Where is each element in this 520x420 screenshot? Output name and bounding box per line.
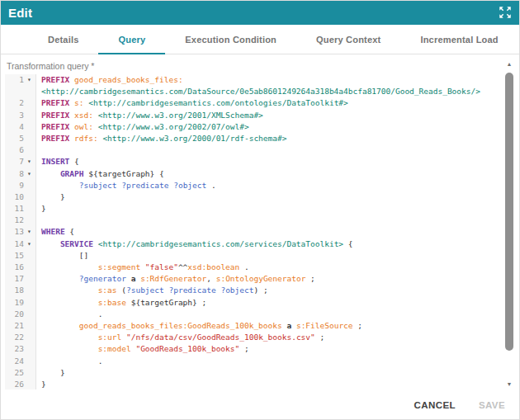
code-line[interactable]: 5PREFIX rdfs: <http://www.w3.org/2000/01… [0, 133, 520, 144]
fold-arrow-icon[interactable]: ▾ [24, 168, 35, 180]
code-line[interactable]: 3PREFIX xsd: <http://www.w3.org/2001/XML… [0, 110, 520, 121]
tab-bar: DetailsQueryExecution ConditionQuery Con… [0, 25, 520, 54]
code-line[interactable]: 11} [0, 203, 520, 215]
line-number: 15 [5, 250, 24, 262]
line-gutter: 16 [5, 262, 36, 273]
code-line[interactable]: 16 s:segment "false"^^xsd:boolean . [0, 262, 520, 273]
code-text: PREFIX rdfs: <http://www.w3.org/2000/01/… [36, 133, 286, 144]
code-text [36, 144, 41, 156]
line-gutter: 25 [5, 367, 36, 379]
fold-arrow-icon[interactable]: ▾ [24, 156, 35, 168]
code-line[interactable]: 10 } [0, 191, 520, 203]
line-number: 6 [5, 144, 24, 156]
save-button[interactable]: SAVE [470, 395, 513, 415]
cancel-button[interactable]: CANCEL [406, 395, 464, 415]
code-line[interactable]: 23 s:model "GoodReads_100k_books" ; [0, 343, 520, 355]
code-text: PREFIX good_reads_books_files: [36, 74, 183, 86]
code-line[interactable]: 20 . [0, 309, 520, 320]
code-text: s:base ${targetGraph} ; [36, 297, 206, 309]
code-text: GRAPH ${targetGraph} { [36, 168, 164, 180]
line-gutter: 9 [5, 180, 36, 191]
scrollbar-thumb[interactable] [505, 73, 513, 351]
editor-scrollbar[interactable]: ▲ ▼ [504, 55, 514, 390]
line-number: 20 [5, 309, 24, 320]
line-gutter: 20 [5, 309, 36, 320]
line-gutter: 3 [5, 110, 36, 121]
code-line[interactable]: 21 good_reads_books_files:GoodReads_100k… [0, 320, 520, 332]
line-gutter: 24 [5, 356, 36, 367]
code-line[interactable]: 7▾INSERT { [0, 156, 520, 168]
line-gutter: 4 [5, 121, 36, 133]
code-line[interactable]: 22 s:url "/nfs/data/csv/GoodReads_100k_b… [0, 332, 520, 343]
line-gutter: 14▾ [5, 238, 36, 250]
line-number: 22 [5, 332, 24, 343]
code-line[interactable]: 4PREFIX owl: <http://www.w3.org/2002/07/… [0, 121, 520, 133]
code-line[interactable]: 6 [0, 144, 520, 156]
line-gutter: 7▾ [5, 156, 36, 168]
code-line[interactable]: 17 ?generator a s:RdfGenerator, s:Ontolo… [0, 273, 520, 285]
code-line[interactable]: 26} [0, 379, 520, 389]
code-text: s:segment "false"^^xsd:boolean . [36, 262, 249, 273]
code-line[interactable]: 2PREFIX s: <http://cambridgesemantics.co… [0, 97, 520, 109]
transformation-query-label: Transformation query * [7, 61, 520, 71]
line-number: 1 [5, 74, 24, 86]
line-gutter: 12 [5, 215, 36, 226]
code-text: } [36, 367, 65, 379]
line-number: 2 [5, 97, 24, 109]
line-number: 16 [5, 262, 24, 273]
code-text: SERVICE <http://cambridgesemantics.com/s… [36, 238, 353, 250]
fold-arrow-icon[interactable]: ▾ [24, 74, 35, 86]
line-number: 13 [5, 226, 24, 238]
line-gutter: 6 [5, 144, 36, 156]
code-line[interactable]: 9 ?subject ?predicate ?object . [0, 180, 520, 191]
expand-icon[interactable] [498, 5, 513, 20]
line-number: 18 [5, 285, 24, 296]
scroll-up-icon[interactable]: ▲ [504, 60, 514, 68]
code-line[interactable]: 19 s:base ${targetGraph} ; [0, 297, 520, 309]
code-line[interactable]: 13▾WHERE { [0, 226, 520, 238]
fold-arrow-icon[interactable]: ▾ [24, 226, 35, 238]
line-number: 7 [5, 156, 24, 168]
tab-query[interactable]: Query [98, 25, 165, 54]
code-text: INSERT { [36, 156, 79, 168]
query-editor[interactable]: Transformation query * 1▾PREFIX good_rea… [0, 55, 520, 389]
code-text: ?subject ?predicate ?object . [36, 180, 216, 191]
code-line[interactable]: <http://cambridgesemantics.com/DataSourc… [0, 86, 520, 97]
line-number: 23 [5, 343, 24, 355]
code-line[interactable]: 15 [] [0, 250, 520, 262]
code-text: <http://cambridgesemantics.com/DataSourc… [36, 86, 480, 97]
tab-query-context[interactable]: Query Context [296, 25, 400, 54]
line-number: 25 [5, 367, 24, 379]
code-line[interactable]: 18 s:as (?subject ?predicate ?object) ; [0, 285, 520, 296]
tab-incremental-load[interactable]: Incremental Load [400, 25, 518, 54]
code-line[interactable]: 8▾ GRAPH ${targetGraph} { [0, 168, 520, 180]
line-number: 24 [5, 356, 24, 367]
code-text: WHERE { [36, 226, 74, 238]
code-text: ?generator a s:RdfGenerator, s:OntologyG… [36, 273, 315, 285]
line-gutter [5, 86, 36, 97]
line-number: 3 [5, 110, 24, 121]
code-line[interactable]: 14▾ SERVICE <http://cambridgesemantics.c… [0, 238, 520, 250]
code-line[interactable]: 1▾PREFIX good_reads_books_files: [0, 74, 520, 86]
code-area[interactable]: 1▾PREFIX good_reads_books_files:<http://… [0, 74, 520, 389]
code-text: s:model "GoodReads_100k_books" ; [36, 343, 249, 355]
scroll-down-icon[interactable]: ▼ [504, 380, 514, 389]
tab-details[interactable]: Details [28, 25, 98, 54]
code-line[interactable]: 24 . [0, 356, 520, 367]
line-number: 21 [5, 320, 24, 332]
line-gutter: 19 [5, 297, 36, 309]
line-number: 9 [5, 180, 24, 191]
line-gutter: 18 [5, 285, 36, 296]
line-gutter: 13▾ [5, 226, 36, 238]
code-text: PREFIX s: <http://cambridgesemantics.com… [36, 97, 348, 109]
line-gutter: 17 [5, 273, 36, 285]
line-gutter: 15 [5, 250, 36, 262]
line-number: 17 [5, 273, 24, 285]
line-gutter: 26 [5, 379, 36, 389]
code-text: } [36, 379, 46, 389]
tab-execution-condition[interactable]: Execution Condition [165, 25, 296, 54]
code-text: . [36, 309, 102, 320]
code-line[interactable]: 25 } [0, 367, 520, 379]
code-line[interactable]: 12 [0, 215, 520, 226]
fold-arrow-icon[interactable]: ▾ [24, 238, 35, 250]
